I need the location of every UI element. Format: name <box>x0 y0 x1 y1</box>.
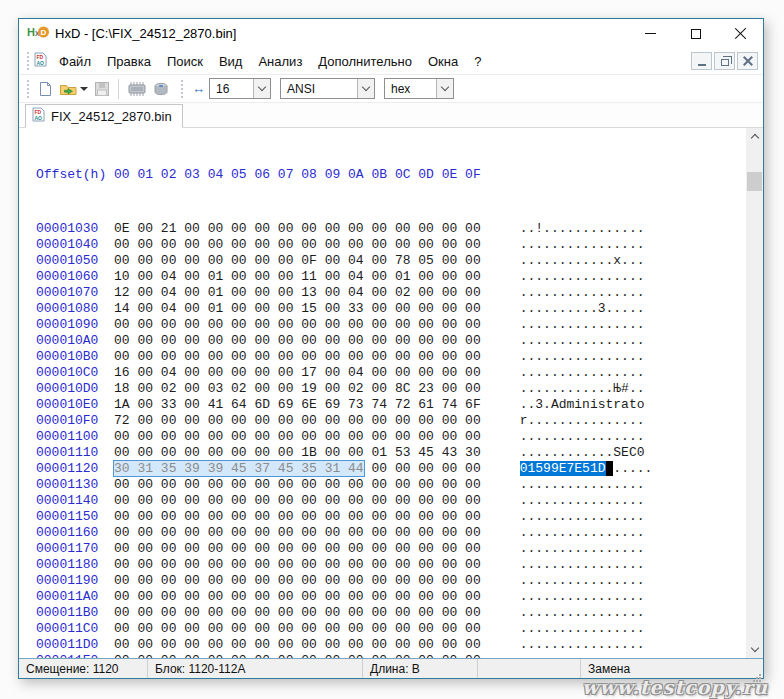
hex-row[interactable]: 00001110 00 00 00 00 00 00 00 00 1B 00 0… <box>36 445 746 461</box>
edit-caret: . <box>606 461 614 476</box>
menu-item-7[interactable]: Окна <box>420 51 466 72</box>
title-bar: H x D HxD - [C:\FIX_24512_2870.bin] <box>19 19 763 48</box>
hex-row[interactable]: 00001050 00 00 00 00 00 00 00 00 0F 00 0… <box>36 253 746 269</box>
hex-row[interactable]: 000010C0 16 00 04 00 00 00 00 00 17 00 0… <box>36 365 746 381</box>
open-file-button[interactable] <box>56 77 91 101</box>
selected-hex-bytes[interactable]: 30 31 35 39 39 45 37 45 35 31 44 <box>114 461 364 476</box>
row-offset: 00001060 <box>36 269 98 284</box>
chevron-down-icon <box>441 83 449 91</box>
menu-item-3[interactable]: Поиск <box>159 51 211 72</box>
hex-row[interactable]: 00001080 14 00 04 00 01 00 00 00 15 00 3… <box>36 301 746 317</box>
row-offset: 00001170 <box>36 541 98 556</box>
hex-row[interactable]: 000010F0 72 00 00 00 00 00 00 00 00 00 0… <box>36 413 746 429</box>
hex-row[interactable]: 00001120 30 31 35 39 39 45 37 45 35 31 4… <box>36 461 746 477</box>
hex-row[interactable]: 000010A0 00 00 00 00 00 00 00 00 00 00 0… <box>36 333 746 349</box>
menu-item-8[interactable]: ? <box>466 51 489 72</box>
open-ram-button[interactable] <box>124 77 150 101</box>
selected-ascii-text[interactable]: 01599E7E51D <box>520 461 606 476</box>
bytes-per-row-value: 16 <box>210 79 253 98</box>
toolbar: ↔ 16 ANSI hex <box>19 75 763 103</box>
hex-pane[interactable]: Offset(h) 00 01 02 03 04 05 06 07 08 09 … <box>19 128 746 658</box>
hex-row[interactable]: 000011C0 00 00 00 00 00 00 00 00 00 00 0… <box>36 621 746 637</box>
row-offset: 000011B0 <box>36 605 98 620</box>
menu-item-4[interactable]: Вид <box>211 51 251 72</box>
open-dropdown-caret-icon[interactable] <box>80 87 88 91</box>
mdi-restore-icon <box>721 59 729 66</box>
hex-row[interactable]: 000011A0 00 00 00 00 00 00 00 00 00 00 0… <box>36 589 746 605</box>
mdi-close-button[interactable] <box>737 52 758 70</box>
vertical-scrollbar[interactable] <box>746 128 763 658</box>
row-offset: 00001030 <box>36 221 98 236</box>
new-file-button[interactable] <box>34 77 56 101</box>
hex-header-columns: 00 01 02 03 04 05 06 07 08 09 0A 0B 0C 0… <box>114 167 481 182</box>
hex-row[interactable]: 00001190 00 00 00 00 00 00 00 00 00 00 0… <box>36 573 746 589</box>
offset-base-select[interactable]: hex <box>384 78 454 99</box>
hex-row[interactable]: 00001180 00 00 00 00 00 00 00 00 00 00 0… <box>36 557 746 573</box>
row-offset: 000011C0 <box>36 621 98 636</box>
scrollbar-thumb[interactable] <box>747 172 762 191</box>
row-offset: 00001180 <box>36 557 98 572</box>
row-offset: 00001050 <box>36 253 98 268</box>
bytes-per-row-select[interactable]: 16 <box>209 78 271 99</box>
menubar-gripper[interactable] <box>26 52 31 70</box>
bytes-per-row-dropdown-button[interactable] <box>253 79 270 98</box>
hex-row[interactable]: 000010E0 1A 00 33 00 41 64 6D 69 6E 69 7… <box>36 397 746 413</box>
toolbar-separator <box>118 79 119 99</box>
hxd-logo-icon: H x D <box>27 24 49 43</box>
window-title: HxD - [C:\FIX_24512_2870.bin] <box>55 26 236 41</box>
menu-item-1[interactable]: Файл <box>51 51 99 72</box>
hex-row[interactable]: 00001090 00 00 00 00 00 00 00 00 00 00 0… <box>36 317 746 333</box>
status-block: Блок: 1120-112A <box>148 659 363 678</box>
mdi-close-icon <box>743 56 753 66</box>
offset-base-dropdown-button[interactable] <box>436 79 453 98</box>
charset-dropdown-button[interactable] <box>357 79 374 98</box>
close-icon <box>734 27 747 40</box>
hex-row[interactable]: 00001100 00 00 00 00 00 00 00 00 00 00 0… <box>36 429 746 445</box>
new-file-icon <box>37 81 53 97</box>
toolbar-gripper[interactable] <box>26 80 31 98</box>
hex-row[interactable]: 00001150 00 00 00 00 00 00 00 00 00 00 0… <box>36 509 746 525</box>
toolbar-gripper-2[interactable] <box>180 80 185 98</box>
hex-row[interactable]: 000011D0 00 00 00 00 00 00 00 00 00 00 0… <box>36 637 746 653</box>
close-button[interactable] <box>718 19 763 48</box>
row-offset: 000010F0 <box>36 413 98 428</box>
row-offset: 00001190 <box>36 573 98 588</box>
mdi-minimize-button[interactable] <box>691 52 712 70</box>
row-offset: 00001130 <box>36 477 98 492</box>
hex-row[interactable]: 00001070 12 00 04 00 01 00 00 00 13 00 0… <box>36 285 746 301</box>
row-offset: 00001040 <box>36 237 98 252</box>
menu-item-6[interactable]: Дополнительно <box>310 51 420 72</box>
menu-item-5[interactable]: Анализ <box>250 51 310 72</box>
hex-row[interactable]: 00001030 0E 00 21 00 00 00 00 00 00 00 0… <box>36 221 746 237</box>
row-offset: 000010C0 <box>36 365 98 380</box>
charset-select[interactable]: ANSI <box>280 78 375 99</box>
scroll-up-button[interactable] <box>746 128 763 145</box>
svg-text:D: D <box>41 28 47 37</box>
hex-row[interactable]: 00001060 10 00 04 00 01 00 00 00 11 00 0… <box>36 269 746 285</box>
hex-row[interactable]: 00001140 00 00 00 00 00 00 00 00 00 00 0… <box>36 493 746 509</box>
menu-bar: FD AO ФайлПравкаПоискВидАнализДополнител… <box>19 48 763 75</box>
hex-row[interactable]: 00001130 00 00 00 00 00 00 00 00 00 00 0… <box>36 477 746 493</box>
open-ram-icon <box>127 81 147 97</box>
row-offset: 00001160 <box>36 525 98 540</box>
menu-item-2[interactable]: Правка <box>99 51 159 72</box>
tab-bar: FD AO FIX_24512_2870.bin <box>19 103 763 128</box>
tab-fix-bin[interactable]: FD AO FIX_24512_2870.bin <box>25 104 183 128</box>
hex-row[interactable]: 000010D0 18 00 02 00 03 02 00 00 19 00 0… <box>36 381 746 397</box>
save-button[interactable] <box>91 77 113 101</box>
hex-row[interactable]: 00001170 00 00 00 00 00 00 00 00 00 00 0… <box>36 541 746 557</box>
row-offset: 00001150 <box>36 509 98 524</box>
row-offset: 000011A0 <box>36 589 98 604</box>
mdi-restore-button[interactable] <box>714 52 735 70</box>
hex-row[interactable]: 00001160 00 00 00 00 00 00 00 00 00 00 0… <box>36 525 746 541</box>
scroll-down-button[interactable] <box>746 641 763 658</box>
hex-row[interactable]: 000011B0 00 00 00 00 00 00 00 00 00 00 0… <box>36 605 746 621</box>
save-icon <box>94 81 110 97</box>
row-offset: 00001140 <box>36 493 98 508</box>
open-disk-button[interactable] <box>150 77 172 101</box>
maximize-button[interactable] <box>673 19 718 48</box>
hex-row[interactable]: 000010B0 00 00 00 00 00 00 00 00 00 00 0… <box>36 349 746 365</box>
minimize-button[interactable] <box>628 19 673 48</box>
hex-row[interactable]: 00001040 00 00 00 00 00 00 00 00 00 00 0… <box>36 237 746 253</box>
document-icon[interactable]: FD AO <box>34 52 47 71</box>
